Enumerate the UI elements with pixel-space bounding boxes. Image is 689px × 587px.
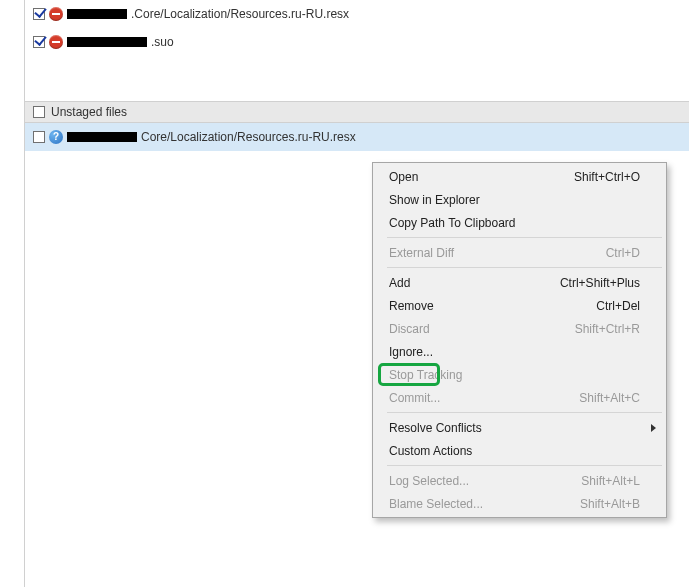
deleted-icon	[49, 35, 63, 49]
checkbox-icon[interactable]	[33, 8, 45, 20]
menu-label: Resolve Conflicts	[389, 421, 640, 435]
checkbox-icon[interactable]	[33, 36, 45, 48]
menu-external-diff: External Diff Ctrl+D	[375, 241, 664, 264]
menu-label: Blame Selected...	[389, 497, 580, 511]
redacted-text	[67, 9, 127, 19]
file-path: .Core/Localization/Resources.ru-RU.resx	[131, 7, 349, 21]
menu-separator	[387, 267, 662, 268]
menu-remove[interactable]: Remove Ctrl+Del	[375, 294, 664, 317]
menu-shortcut: Shift+Ctrl+O	[574, 170, 640, 184]
menu-shortcut: Shift+Alt+B	[580, 497, 640, 511]
file-path: Core/Localization/Resources.ru-RU.resx	[141, 130, 356, 144]
unstaged-file-row[interactable]: ? Core/Localization/Resources.ru-RU.resx	[25, 123, 689, 151]
menu-copy-path[interactable]: Copy Path To Clipboard	[375, 211, 664, 234]
redacted-text	[67, 37, 147, 47]
checkbox-icon[interactable]	[33, 106, 45, 118]
menu-label: Commit...	[389, 391, 579, 405]
unknown-icon: ?	[49, 130, 63, 144]
menu-resolve-conflicts[interactable]: Resolve Conflicts	[375, 416, 664, 439]
menu-label: Log Selected...	[389, 474, 581, 488]
menu-label: Open	[389, 170, 574, 184]
unstaged-label: Unstaged files	[51, 105, 127, 119]
menu-separator	[387, 465, 662, 466]
menu-separator	[387, 237, 662, 238]
spacer	[25, 56, 689, 101]
menu-discard: Discard Shift+Ctrl+R	[375, 317, 664, 340]
chevron-right-icon	[651, 424, 656, 432]
menu-blame-selected: Blame Selected... Shift+Alt+B	[375, 492, 664, 515]
menu-label: Add	[389, 276, 560, 290]
menu-stop-tracking: Stop Tracking	[375, 363, 664, 386]
menu-commit: Commit... Shift+Alt+C	[375, 386, 664, 409]
deleted-icon	[49, 7, 63, 21]
menu-label: Remove	[389, 299, 596, 313]
menu-open[interactable]: Open Shift+Ctrl+O	[375, 165, 664, 188]
menu-label: Custom Actions	[389, 444, 640, 458]
menu-label: External Diff	[389, 246, 606, 260]
menu-label: Ignore...	[389, 345, 640, 359]
checkbox-icon[interactable]	[33, 131, 45, 143]
menu-shortcut: Ctrl+D	[606, 246, 640, 260]
menu-label: Stop Tracking	[389, 368, 640, 382]
menu-shortcut: Shift+Alt+L	[581, 474, 640, 488]
menu-show-in-explorer[interactable]: Show in Explorer	[375, 188, 664, 211]
menu-label: Discard	[389, 322, 575, 336]
staged-file-row[interactable]: .Core/Localization/Resources.ru-RU.resx	[25, 0, 689, 28]
menu-ignore[interactable]: Ignore...	[375, 340, 664, 363]
file-path: .suo	[151, 35, 174, 49]
menu-add[interactable]: Add Ctrl+Shift+Plus	[375, 271, 664, 294]
context-menu: Open Shift+Ctrl+O Show in Explorer Copy …	[372, 162, 667, 518]
left-margin	[0, 0, 25, 587]
menu-shortcut: Ctrl+Del	[596, 299, 640, 313]
menu-shortcut: Shift+Ctrl+R	[575, 322, 640, 336]
menu-shortcut: Ctrl+Shift+Plus	[560, 276, 640, 290]
menu-custom-actions[interactable]: Custom Actions	[375, 439, 664, 462]
redacted-text	[67, 132, 137, 142]
menu-label: Copy Path To Clipboard	[389, 216, 640, 230]
menu-log-selected: Log Selected... Shift+Alt+L	[375, 469, 664, 492]
menu-label: Show in Explorer	[389, 193, 640, 207]
menu-separator	[387, 412, 662, 413]
unstaged-header[interactable]: Unstaged files	[25, 101, 689, 123]
menu-shortcut: Shift+Alt+C	[579, 391, 640, 405]
staged-file-row[interactable]: .suo	[25, 28, 689, 56]
